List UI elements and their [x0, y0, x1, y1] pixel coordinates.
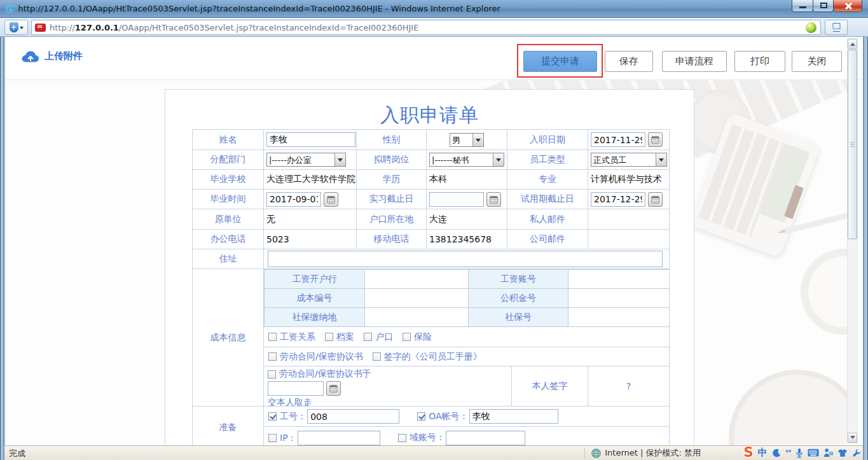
- select-arrow-icon: [656, 153, 666, 166]
- print-button[interactable]: 打印: [734, 51, 785, 72]
- oa-account-option[interactable]: OA帐号 :: [417, 411, 465, 422]
- handbook-option[interactable]: 签字的《公司员工手册》: [373, 351, 482, 363]
- save-button[interactable]: 保存: [605, 51, 653, 72]
- probation-deadline-calendar-button[interactable]: [648, 192, 663, 207]
- toolbox-wrench-icon[interactable]: [852, 449, 861, 457]
- employee-type-select[interactable]: 正式员工: [591, 153, 667, 167]
- employee-no-checkbox[interactable]: [268, 412, 277, 421]
- cloud-upload-icon: [21, 50, 40, 63]
- fund-number-input-cell[interactable]: [568, 289, 670, 308]
- domain-account-input[interactable]: [446, 431, 525, 445]
- soft-keyboard-icon[interactable]: [808, 449, 819, 457]
- zone-text: Internet | 保护模式: 禁用: [605, 447, 701, 459]
- personal-email-label: 私人邮件: [507, 209, 588, 230]
- compatibility-view-button[interactable]: [825, 20, 848, 35]
- domain-account-option[interactable]: 域账号 :: [398, 432, 442, 443]
- microphone-icon[interactable]: [796, 448, 803, 458]
- scrollbar-thumb[interactable]: [848, 50, 857, 239]
- agreement-suffix: 交本人取走: [268, 397, 507, 407]
- url-field[interactable]: http://127.0.0.1/OAapp/HtTrace0503Servle…: [31, 20, 821, 35]
- favorites-add-button[interactable]: +: [4, 20, 28, 35]
- intern-deadline-input[interactable]: [429, 192, 484, 207]
- ss-number-input-cell[interactable]: [568, 308, 670, 327]
- hukou-checkbox[interactable]: [364, 333, 372, 341]
- safety-orb-icon[interactable]: [806, 22, 816, 33]
- chinese-mode-icon[interactable]: 中: [758, 447, 768, 459]
- graduation-date-calendar-button[interactable]: [324, 192, 338, 207]
- broken-page-icon: [832, 22, 841, 32]
- input-assistant-icon[interactable]: [823, 448, 833, 457]
- position-select[interactable]: |------秘书: [429, 153, 504, 167]
- calendar-icon: [490, 195, 498, 204]
- annotation-highlight-box: [517, 44, 603, 78]
- agreement-date-calendar-button[interactable]: [326, 381, 341, 396]
- scroll-up-button[interactable]: [848, 39, 857, 49]
- salary-relation-option[interactable]: 工资关系: [268, 331, 315, 343]
- punctuation-mode-icon[interactable]: °’: [785, 448, 791, 457]
- cost-number-input-cell[interactable]: [365, 289, 469, 308]
- gender-select[interactable]: 男: [450, 133, 484, 147]
- url-host: 127.0.0.1: [75, 23, 119, 32]
- employee-no-option[interactable]: 工号 :: [268, 411, 303, 422]
- gender-cell: 男: [427, 130, 507, 150]
- insurance-checkbox[interactable]: [403, 333, 411, 341]
- handbook-checkbox[interactable]: [373, 352, 381, 361]
- graduation-date-input[interactable]: [266, 192, 321, 207]
- name-input[interactable]: [266, 132, 355, 147]
- application-flow-button[interactable]: 申请流程: [662, 51, 727, 72]
- education-value: 本科: [427, 170, 507, 190]
- status-text: 完成: [9, 448, 25, 459]
- employee-no-input[interactable]: [307, 409, 399, 424]
- moon-icon[interactable]: [772, 449, 781, 457]
- previous-employer-label: 原单位: [193, 209, 264, 230]
- salary-bank-input-cell[interactable]: [365, 270, 469, 289]
- residence-label: 户口所在地: [357, 209, 427, 230]
- title-bar[interactable]: e http://127.0.0.1/OAapp/HtTrace0503Serv…: [0, 0, 868, 18]
- close-page-button[interactable]: 关闭: [792, 51, 842, 72]
- transfer-checkbox-row: 工资关系 档案 户口 保险: [264, 327, 669, 347]
- probation-deadline-input[interactable]: [591, 192, 645, 207]
- oa-account-input[interactable]: [469, 409, 558, 424]
- salary-account-input-cell[interactable]: [568, 270, 670, 289]
- minimize-button[interactable]: [792, 0, 813, 12]
- archive-checkbox[interactable]: [325, 333, 333, 341]
- agreement-date-input[interactable]: [268, 381, 324, 396]
- close-window-button[interactable]: [833, 0, 862, 12]
- ip-option[interactable]: IP :: [268, 433, 294, 443]
- labor-contract-checkbox[interactable]: [268, 352, 277, 361]
- scroll-down-button[interactable]: [848, 433, 857, 443]
- arrow-up-icon: [850, 40, 855, 46]
- domain-account-checkbox[interactable]: [398, 434, 406, 442]
- hire-date-calendar-button[interactable]: [648, 132, 663, 147]
- probation-deadline-label: 试用期截止日: [507, 190, 588, 209]
- intern-deadline-label: 实习截止日: [357, 190, 427, 209]
- maximize-button[interactable]: [813, 0, 834, 12]
- hukou-option[interactable]: 户口: [364, 331, 393, 343]
- labor-contract-option[interactable]: 劳动合同/保密协议书: [268, 351, 363, 363]
- oa-account-checkbox[interactable]: [417, 412, 425, 421]
- signature-help-link[interactable]: ?: [588, 366, 669, 406]
- hire-date-input[interactable]: [591, 132, 645, 147]
- address-input[interactable]: [268, 251, 663, 267]
- intern-deadline-calendar-button[interactable]: [486, 192, 501, 207]
- education-label: 学历: [357, 170, 427, 190]
- agreement-checkbox[interactable]: [268, 370, 276, 379]
- insurance-option[interactable]: 保险: [403, 331, 432, 343]
- residence-value: 大连: [427, 209, 507, 230]
- cost-number-label: 成本编号: [265, 289, 365, 308]
- sogou-logo-icon[interactable]: S: [743, 446, 753, 459]
- salary-relation-checkbox[interactable]: [268, 333, 277, 341]
- position-cell: |------秘书: [427, 150, 507, 170]
- department-select[interactable]: |-----办公室: [266, 153, 346, 167]
- upload-attachment-link[interactable]: 上传附件: [21, 50, 83, 63]
- major-label: 专业: [507, 170, 588, 190]
- select-arrow-icon: [493, 153, 504, 166]
- ss-place-input-cell[interactable]: [365, 308, 469, 327]
- vertical-scrollbar[interactable]: [847, 38, 858, 443]
- security-zone: Internet | 保护模式: 禁用: [584, 447, 701, 459]
- ip-input[interactable]: [298, 431, 380, 445]
- skin-shirt-icon[interactable]: [837, 449, 848, 457]
- ip-checkbox[interactable]: [268, 434, 277, 442]
- employee-type-cell: 正式员工: [588, 150, 670, 170]
- archive-option[interactable]: 档案: [325, 331, 354, 343]
